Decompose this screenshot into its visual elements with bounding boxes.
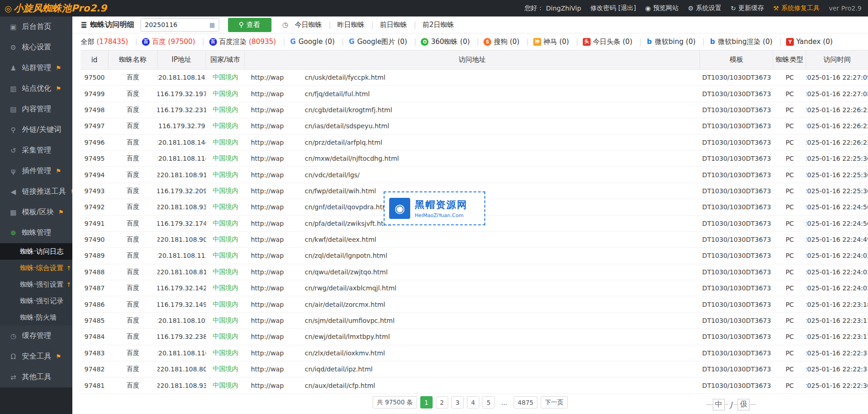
sidebar-item[interactable]: ☸ 蜘蛛管理 ⚑: [0, 223, 72, 243]
monitor-icon: ▣: [8, 23, 18, 31]
col-header-region: 国家/城市: [206, 50, 245, 69]
sidebar-item[interactable]: ⚲ 外链/关键词 ⚑: [0, 120, 72, 140]
view-button[interactable]: ⚲ 查看: [228, 18, 271, 32]
cell-type: PC: [773, 232, 806, 247]
spider-filter[interactable]: 全部 (178435) |: [81, 38, 142, 46]
sidebar-item[interactable]: ψ 插件管理 ⚑: [0, 161, 72, 181]
sidebar-item[interactable]: ▥ 站点优化 ⚑: [0, 78, 72, 99]
quick-link[interactable]: 今日蜘蛛: [295, 21, 322, 29]
cell-template: DT1030/1030DT3673: [700, 216, 773, 231]
sidebar-subitem[interactable]: 蜘蛛·访问日志: [0, 243, 72, 260]
system-settings-link[interactable]: ⚙ 系统设置: [688, 4, 722, 12]
filter-label: 神马: [543, 38, 557, 46]
cell-template: DT1030/1030DT3673: [700, 313, 773, 328]
quick-link[interactable]: 前日蜘蛛: [380, 21, 407, 29]
spider-filter[interactable]: G Google (0) |: [290, 38, 348, 46]
cell-url: http://wap cn/sjm/detail/umfiovpc.html: [245, 313, 700, 328]
cell-region: 中国境内: [206, 167, 245, 182]
list-icon: ≣: [81, 20, 87, 29]
cell-spider: 百度: [108, 216, 157, 231]
cell-ip: 116.179.32.209: [157, 183, 206, 199]
spider-filter[interactable]: b 微软bing渲染 (0) |: [709, 38, 786, 46]
cell-time: 2025-01-16 22:22:31: [806, 345, 868, 361]
cell-region: 中国境内: [206, 216, 245, 231]
sidebar-item[interactable]: ▦ 模板/区块 ⚑: [0, 202, 72, 223]
sidebar-subitem[interactable]: 蜘蛛·强引记录: [0, 293, 72, 309]
cell-id: 97486: [81, 296, 108, 312]
cell-id: 97492: [81, 199, 108, 215]
sidebar-subitem[interactable]: 蜘蛛·防火墙: [0, 309, 72, 326]
page-button[interactable]: 2: [436, 396, 448, 409]
spider-filter[interactable]: S 搜狗 (0) |: [483, 38, 533, 46]
cell-id: 97481: [81, 377, 108, 393]
sidebar-item[interactable]: ◀ 链接推送工具 ⚑: [0, 181, 72, 202]
change-password-link[interactable]: 修改密码 [退出]: [590, 4, 636, 12]
quick-link[interactable]: 前2日蜘蛛: [423, 21, 455, 29]
preview-site-link[interactable]: ◉ 预览网站: [645, 4, 678, 12]
separator: |: [779, 38, 781, 46]
page-button[interactable]: 下一页: [541, 396, 568, 409]
cell-time: 2025-01-16 22:26:22: [806, 118, 868, 134]
sidebar-item[interactable]: ▤ 内容管理 ⚑: [0, 99, 72, 120]
col-header-time: 访问时间: [806, 50, 868, 69]
page-button[interactable]: 3: [451, 396, 464, 409]
cell-time: 2025-01-16 22:27:09: [806, 70, 868, 85]
page-button[interactable]: ...: [498, 396, 510, 409]
table-row: 97487 百度 116.179.32.142 中国境内 http://wap …: [81, 280, 868, 296]
cell-spider: 百度: [108, 345, 157, 361]
spider-filter[interactable]: 头 今日头条 (0) |: [583, 38, 646, 46]
sidebar-item[interactable]: ♟ 站群管理 ⚑: [0, 58, 72, 78]
page-button[interactable]: 4: [467, 396, 479, 409]
sidebar-item[interactable]: ⇄ 其他工具 ⚑: [0, 367, 72, 387]
cell-time: 2025-01-16 22:26:23: [806, 102, 868, 118]
cell-time: 2025-01-16 22:24:49: [806, 232, 868, 247]
sidebar-item[interactable]: ⚙ 核心设置 ⚑: [0, 37, 72, 58]
col-header-ip: IP地址: [157, 50, 206, 69]
sidebar-subitem[interactable]: 蜘蛛·综合设置 ↑: [0, 260, 72, 276]
spider-filter[interactable]: 百 百度渲染 (80935) |: [209, 38, 290, 46]
cell-url: http://wap cn/iqd/detail/ipz.html: [245, 361, 700, 377]
cell-ip: 116.179.32.142: [157, 280, 206, 296]
cell-template: DT1030/1030DT3673: [700, 135, 773, 150]
cell-id: 97496: [81, 135, 108, 150]
cell-ip: 220.181.108.93: [157, 377, 206, 393]
cell-type: PC: [773, 264, 806, 280]
logout-link[interactable]: [退出]: [618, 4, 636, 12]
refresh-cache-link[interactable]: ↻ 更新缓存: [731, 4, 764, 12]
spider-filter[interactable]: G Google图片 (0) |: [348, 38, 421, 46]
spider-filter[interactable]: O 360蜘蛛 (0) |: [421, 38, 483, 46]
cell-time: 2025-01-16 22:25:36: [806, 151, 868, 166]
cell-template: DT1030/1030DT3673: [700, 345, 773, 361]
filter-count: (0): [510, 38, 519, 46]
sidebar: ▣ 后台首页 ⚑ ⚙ 核心设置 ⚑ ♟ 站群管理 ⚑ ▥: [0, 16, 72, 414]
cell-ip: 116.179.32.231: [157, 102, 206, 118]
cell-url: http://wap cn/vdc/detail/lgs/: [245, 167, 700, 182]
sidebar-item[interactable]: ▣ 后台首页 ⚑: [0, 16, 72, 37]
sidebar-item[interactable]: ◷ 缓存管理 ⚑: [0, 326, 72, 346]
sidebar-subitem[interactable]: 蜘蛛·强引设置 ↑: [0, 276, 72, 293]
sidebar-item-label: 其他工具: [22, 372, 51, 382]
date-input[interactable]: [141, 18, 219, 32]
spider-filter[interactable]: 神 神马 (0) |: [533, 38, 583, 46]
cell-url: http://wap cn/fjq/detail/ful.html: [245, 86, 700, 101]
spider-filter[interactable]: Y Yandex (0) |: [786, 38, 846, 46]
calendar-icon[interactable]: ▦: [209, 22, 215, 28]
table-row: 97498 百度 116.179.32.231 中国境内 http://wap …: [81, 102, 868, 118]
page-button[interactable]: 5: [483, 396, 495, 409]
quick-link[interactable]: 昨日蜘蛛: [337, 21, 365, 29]
cell-spider: 百度: [108, 248, 157, 263]
sidebar-item-label: 蜘蛛管理: [22, 228, 51, 238]
page-button[interactable]: 共 97500 条: [373, 396, 417, 409]
sidebar-item[interactable]: Ω 安全工具 ⚑: [0, 346, 72, 367]
repair-tool-link[interactable]: ⚒ 系统修复工具: [773, 4, 820, 12]
cell-id: 97487: [81, 280, 108, 296]
cell-spider: 百度: [108, 361, 157, 377]
sidebar-item[interactable]: ↺ 采集管理 ⚑: [0, 140, 72, 161]
page-button[interactable]: 4875: [514, 396, 537, 409]
page-button[interactable]: 1: [420, 396, 433, 409]
spider-filter[interactable]: 百 百度 (97500) |: [142, 38, 209, 46]
pin-icon: ⚑: [56, 85, 61, 92]
floating-ime-widget[interactable]: 中 J 伋: [706, 396, 756, 413]
spider-brand-icon: S: [483, 38, 491, 46]
spider-filter[interactable]: b 微软bing (0) |: [646, 38, 709, 46]
